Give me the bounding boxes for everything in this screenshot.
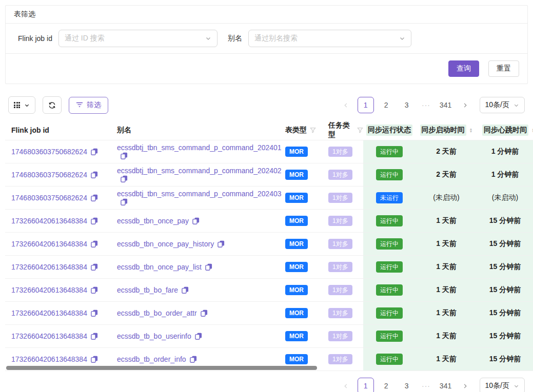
table-row: 1732660420613648384 ecssdb_tbn_once_pay …	[5, 210, 533, 233]
copy-icon[interactable]	[91, 333, 98, 340]
density-button[interactable]	[8, 96, 35, 114]
alias-select[interactable]: 通过别名搜索	[248, 30, 411, 47]
page-ellipsis[interactable]: ···	[419, 382, 433, 390]
copy-icon[interactable]	[91, 171, 98, 178]
start-time-value: 1 天前	[436, 355, 457, 364]
copy-icon[interactable]	[205, 263, 212, 271]
alias-link[interactable]: ecssdbtj_tbn_sms_command_p_command_20240…	[117, 190, 282, 198]
alias-link[interactable]: ecssdb_tbn_once_pay_list	[117, 263, 202, 271]
page-last[interactable]: 341	[438, 378, 454, 392]
copy-icon[interactable]	[182, 286, 189, 294]
chevron-down-icon	[514, 102, 519, 108]
bottom-bar: 1 2 3 ··· 341 10条/页	[0, 378, 525, 392]
copy-icon[interactable]	[91, 217, 98, 224]
copy-icon[interactable]	[91, 148, 98, 155]
task-type-tag: 1对多	[328, 216, 352, 226]
alias-cell: ecssdbtj_tbn_sms_command_p_command_20240…	[117, 143, 281, 160]
table-type-cell: MOR	[281, 262, 326, 272]
sync-status-cell: 运行中	[363, 163, 416, 186]
copy-icon[interactable]	[91, 263, 98, 271]
next-page-button[interactable]	[458, 378, 472, 392]
alias-link[interactable]: ecssdb_tb_bo_order_attr	[117, 309, 197, 317]
flink-job-id-select[interactable]: 通过 ID 搜索	[58, 30, 218, 47]
page-2[interactable]: 2	[378, 97, 394, 113]
copy-icon[interactable]	[201, 310, 208, 317]
status-badge: 运行中	[376, 284, 403, 296]
copy-icon[interactable]	[91, 194, 98, 201]
prev-page-button[interactable]	[339, 97, 353, 113]
page-1[interactable]: 1	[358, 97, 374, 113]
page-ellipsis[interactable]: ···	[419, 101, 433, 109]
table-type-tag: MOR	[285, 147, 308, 157]
sync-start-time-cell: (未启动)	[416, 187, 477, 209]
column-header-sync-heartbeat-time: 同步心跳时间 ▲▼	[477, 125, 533, 136]
alias-link[interactable]: ecssdb_tbn_once_pay_history	[117, 240, 214, 248]
job-id-link[interactable]: 1732660420613648384	[11, 263, 87, 271]
table-type-cell: MOR	[281, 354, 326, 364]
refresh-button[interactable]	[43, 96, 62, 114]
job-id-link[interactable]: 1732660420613648384	[11, 332, 87, 340]
page-3[interactable]: 3	[399, 97, 415, 113]
job-id-cell: 1732660420613648384	[5, 332, 117, 340]
page-2[interactable]: 2	[378, 378, 394, 392]
copy-icon[interactable]	[91, 356, 98, 363]
copy-icon[interactable]	[91, 310, 98, 317]
task-type-tag: 1对多	[328, 147, 352, 157]
task-type-cell: 1对多	[326, 239, 363, 249]
sorter-icon[interactable]: ▲▼	[469, 128, 473, 133]
alias-cell: ecssdb_tbn_once_pay	[117, 217, 281, 225]
alias-label: 别名	[228, 34, 242, 43]
status-badge: 运行中	[376, 331, 403, 342]
alias-link[interactable]: ecssdb_tb_bo_fare	[117, 286, 178, 294]
flink-job-id-placeholder: 通过 ID 搜索	[65, 34, 105, 43]
copy-icon[interactable]	[190, 356, 197, 363]
copy-icon[interactable]	[121, 175, 128, 182]
job-id-link[interactable]: 1732660420613648384	[11, 355, 87, 363]
job-id-link[interactable]: 1746803603750682624	[11, 148, 87, 156]
copy-icon[interactable]	[195, 333, 202, 340]
prev-page-button[interactable]	[339, 378, 353, 392]
alias-link[interactable]: ecssdb_tb_bo_userinfo	[117, 332, 191, 340]
copy-icon[interactable]	[121, 198, 128, 205]
alias-link[interactable]: ecssdbtj_tbn_sms_command_p_command_20240…	[117, 167, 282, 175]
job-id-link[interactable]: 1732660420613648384	[11, 286, 87, 294]
alias-link[interactable]: ecssdb_tbn_once_pay	[117, 217, 189, 225]
horizontal-scrollbar-thumb[interactable]	[6, 366, 317, 370]
heartbeat-time-value: 15 分钟前	[489, 285, 521, 295]
alias-link[interactable]: ecssdbtj_tbn_sms_command_p_command_20240…	[117, 143, 282, 152]
job-id-link[interactable]: 1746803603750682624	[11, 194, 87, 202]
next-page-button[interactable]	[458, 97, 472, 113]
copy-icon[interactable]	[218, 240, 225, 247]
page-last[interactable]: 341	[438, 97, 454, 113]
filter-form: Flink job id 通过 ID 搜索 别名 通过别名搜索	[6, 24, 527, 54]
chevron-down-icon	[514, 383, 519, 389]
table-row: 1732660420613648384 ecssdb_tb_bo_order_a…	[5, 302, 533, 325]
job-id-link[interactable]: 1732660420613648384	[11, 309, 87, 317]
job-id-cell: 1746803603750682624	[5, 148, 117, 156]
copy-icon[interactable]	[192, 217, 200, 224]
copy-icon[interactable]	[121, 152, 128, 159]
filter-funnel-icon[interactable]	[357, 127, 363, 133]
start-time-value: (未启动)	[433, 193, 459, 202]
column-header-alias: 别名	[117, 126, 281, 135]
filter-button[interactable]: 筛选	[69, 97, 108, 114]
copy-icon[interactable]	[91, 286, 98, 294]
heartbeat-time-value: 15 分钟前	[489, 332, 521, 341]
page-1[interactable]: 1	[358, 378, 374, 392]
alias-link[interactable]: ecssdb_tb_order_info	[117, 355, 186, 363]
page-size-select[interactable]: 10条/页	[480, 378, 525, 392]
job-id-link[interactable]: 1746803603750682624	[11, 171, 87, 179]
query-button[interactable]: 查询	[448, 60, 479, 77]
copy-icon[interactable]	[91, 240, 98, 247]
page-3[interactable]: 3	[399, 378, 415, 392]
reset-button[interactable]: 重置	[488, 60, 519, 77]
table-row: 1732660420613648384 ecssdb_tbn_once_pay_…	[5, 233, 533, 256]
grid-icon	[14, 102, 20, 108]
job-id-link[interactable]: 1732660420613648384	[11, 217, 87, 225]
heartbeat-time-value: 15 分钟前	[489, 355, 521, 364]
alias-cell: ecssdbtj_tbn_sms_command_p_command_20240…	[117, 190, 281, 206]
filter-funnel-icon[interactable]	[310, 127, 316, 133]
job-id-link[interactable]: 1732660420613648384	[11, 240, 87, 248]
page-size-select[interactable]: 10条/页	[480, 97, 525, 113]
status-badge: 运行中	[376, 354, 403, 365]
